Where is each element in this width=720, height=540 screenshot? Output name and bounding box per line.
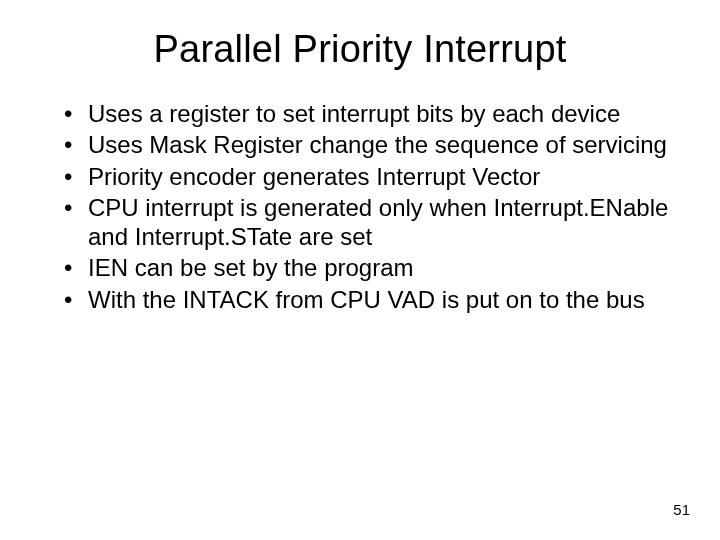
list-item: With the INTACK from CPU VAD is put on t… [64, 285, 670, 314]
page-number: 51 [673, 501, 690, 518]
slide-title: Parallel Priority Interrupt [40, 28, 680, 71]
list-item: CPU interrupt is generated only when Int… [64, 193, 670, 252]
list-item: Uses Mask Register change the sequence o… [64, 130, 670, 159]
list-item: Priority encoder generates Interrupt Vec… [64, 162, 670, 191]
slide: Parallel Priority Interrupt Uses a regis… [0, 0, 720, 540]
bullet-list: Uses a register to set interrupt bits by… [64, 99, 670, 314]
list-item: IEN can be set by the program [64, 253, 670, 282]
list-item: Uses a register to set interrupt bits by… [64, 99, 670, 128]
